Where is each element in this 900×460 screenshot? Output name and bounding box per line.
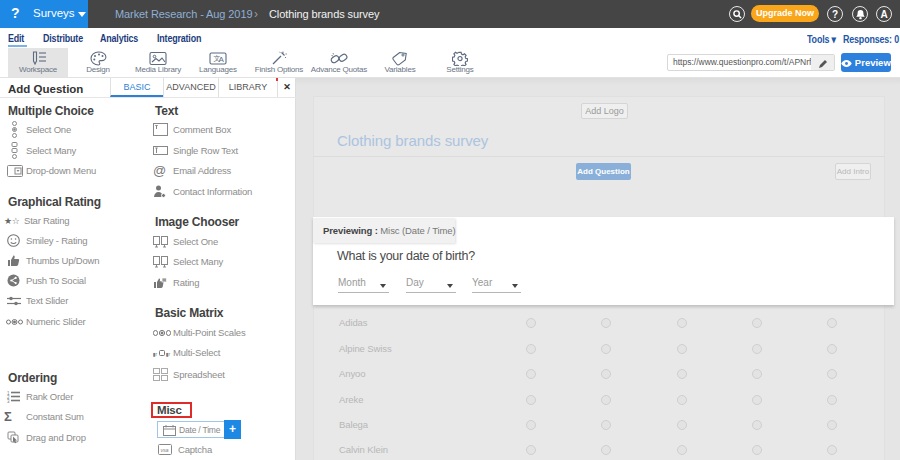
svg-text:▮r: ▮r [153, 351, 158, 357]
svg-text:vsa: vsa [161, 447, 169, 453]
svg-text:▮r: ▮r [166, 351, 171, 357]
svg-text:3: 3 [7, 399, 10, 403]
svg-text:A: A [219, 55, 225, 64]
